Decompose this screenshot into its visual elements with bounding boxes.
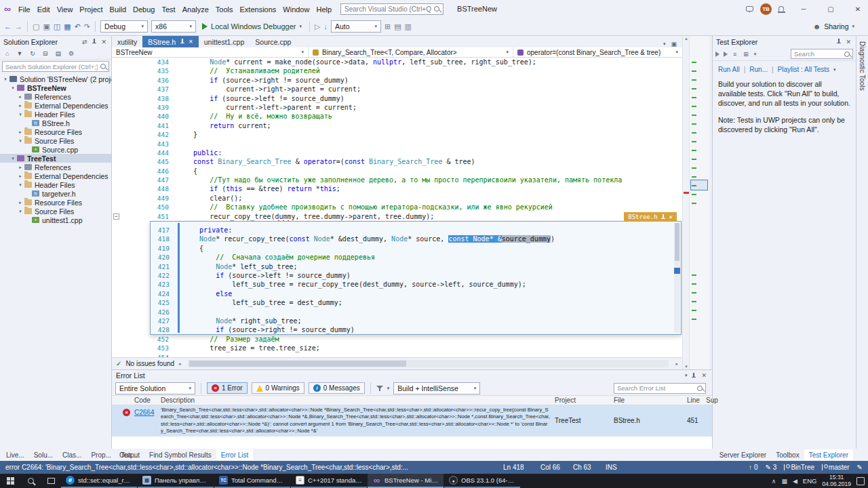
warnings-filter-button[interactable]: 0 Warnings — [252, 382, 304, 394]
code-line-451[interactable]: 451− recur_copy_tree(dummy, tree.dummy->… — [112, 212, 682, 221]
user-avatar[interactable]: TB — [760, 3, 772, 15]
code-line-428[interactable]: 428 if (source->right != source_dummy) — [151, 325, 681, 334]
menu-window[interactable]: Window — [279, 4, 313, 15]
expander-icon[interactable]: ▾ — [2, 77, 9, 82]
volume-icon[interactable]: ◀ — [793, 478, 797, 485]
collapse-all-icon[interactable]: ⊟ — [41, 50, 50, 57]
tree-item-solution-bstreenew-2-projects-0[interactable]: ▾Solution 'BSTreeNew' (2 projects) — [0, 75, 111, 83]
code-line-417[interactable]: 417 private: — [151, 226, 681, 235]
chevron-down-icon[interactable]: ▾ — [685, 373, 688, 378]
tree-item-source-files-7[interactable]: ▾Source Files — [0, 136, 111, 145]
float-window-icon[interactable]: ▣ — [669, 41, 678, 47]
show-all-files-icon[interactable]: ▤ — [54, 50, 62, 57]
tree-item-treetest-9[interactable]: ▾TreeTest — [0, 154, 111, 163]
diagnostic-tools-tab[interactable]: Diagnostic Tools — [859, 36, 866, 91]
code-line-440[interactable]: 440 // Ну и всё, можно возвращать — [112, 112, 682, 121]
expander-icon[interactable]: ▸ — [17, 103, 24, 108]
expander-icon[interactable]: ▸ — [17, 129, 24, 135]
error-list-search[interactable]: Search Error List — [614, 383, 706, 394]
tree-item-header-files-12[interactable]: ▾Header Files — [0, 180, 111, 189]
horizontal-scrollbar-thumb[interactable] — [189, 361, 406, 367]
taskbar-app-vs[interactable]: ∞BSTreeNew - Micros... — [368, 474, 443, 488]
code-line-450[interactable]: 450 // Вставку удобнее производить с пом… — [112, 203, 682, 211]
breadcrumb-member[interactable]: operator=(const Binary_Search_Tree & tre… — [513, 47, 682, 57]
column-file[interactable]: File — [614, 396, 625, 404]
pin-icon[interactable] — [691, 373, 696, 379]
outgoing-commits[interactable]: ↑0 — [749, 464, 758, 471]
messages-filter-button[interactable]: i 0 Messages — [309, 382, 365, 394]
close-icon[interactable]: ✕ — [844, 39, 852, 45]
close-icon[interactable]: ✕ — [700, 372, 708, 379]
taskbar-app-edge[interactable]: estd::set::equal_range -... — [61, 474, 137, 488]
column-project[interactable]: Project — [555, 396, 576, 404]
peek-tab[interactable]: BStree.h ✕ — [624, 212, 677, 222]
error-code-link[interactable]: C2664 — [134, 409, 154, 416]
panel-tab-test-explorer[interactable]: Test Explorer — [804, 449, 853, 460]
vertical-scrollbar[interactable]: ▲ ▼ — [682, 36, 689, 369]
code-line-425[interactable]: 425 left_sub_tree = dest_dummy; — [151, 298, 681, 307]
network-icon[interactable]: ▦ — [781, 478, 787, 485]
code-line-446[interactable]: 446 { — [112, 167, 682, 176]
start-button[interactable] — [0, 474, 20, 488]
action-center-icon[interactable] — [856, 477, 865, 485]
expander-icon[interactable]: ▾ — [9, 156, 16, 161]
menu-project[interactable]: Project — [76, 4, 106, 15]
chevron-down-icon[interactable]: ▾ — [833, 67, 836, 73]
code-line-436[interactable]: 436 if (source->right != source_dummy) — [112, 76, 682, 85]
new-file-icon[interactable]: ▢ — [33, 22, 39, 31]
menu-build[interactable]: Build — [106, 4, 130, 15]
code-line-452[interactable]: 452 // Размер задаём — [112, 335, 682, 344]
peek-close-icon[interactable]: ✕ — [669, 214, 673, 220]
panel-tab-live[interactable]: Live... — [1, 449, 29, 460]
minimize-button[interactable]: ─ — [793, 0, 814, 18]
comment-icon[interactable]: ▥ — [405, 22, 412, 31]
peek-collapse-icon[interactable]: − — [113, 214, 119, 220]
run-failed-tests-icon[interactable] — [724, 52, 728, 57]
find-in-files-icon[interactable]: ⊞ — [384, 22, 391, 31]
navigate-forward-icon[interactable]: → — [15, 22, 22, 30]
undo-icon[interactable]: ↶ — [75, 22, 81, 31]
expander-icon[interactable]: ▾ — [9, 85, 16, 91]
te-link-run[interactable]: Run... — [749, 66, 768, 73]
code-line-421[interactable]: 421 Node* left_sub_tree; — [151, 262, 681, 271]
step-over-icon[interactable]: ▷ — [315, 22, 320, 31]
code-line-447[interactable]: 447 //Тут надо бы очистить уже заполненн… — [112, 176, 682, 184]
error-row[interactable]: × C2664 'Binary_Search_Tree<char,std::le… — [112, 405, 712, 436]
save-all-icon[interactable]: ▦ — [64, 22, 71, 31]
task-view-button[interactable] — [41, 474, 61, 488]
horizontal-scrollbar[interactable] — [188, 360, 669, 367]
code-editor[interactable]: 434 Node* current = make_node(source->da… — [112, 58, 682, 357]
close-tab-icon[interactable]: ✕ — [189, 39, 193, 45]
menu-tools[interactable]: Tools — [212, 4, 237, 15]
tree-item-source-files-15[interactable]: ▾Source Files — [0, 207, 111, 216]
refresh-icon[interactable]: ↻ — [28, 50, 37, 57]
tree-item-header-files-4[interactable]: ▾Header Files — [0, 110, 111, 119]
tree-item-targetver-h-13[interactable]: htargetver.h — [0, 189, 111, 198]
filter-icon[interactable]: ▼ — [15, 50, 24, 57]
scroll-right-icon[interactable]: ▸ — [675, 361, 678, 367]
panel-tab-error-list[interactable]: Error List — [216, 449, 254, 460]
pin-tab-icon[interactable] — [180, 39, 184, 45]
code-line-427[interactable]: 427 Node* right_sub_tree; — [151, 317, 681, 325]
expander-icon[interactable]: ▸ — [17, 165, 24, 170]
redo-icon[interactable]: ↷ — [84, 22, 90, 31]
taskbar-app-doc[interactable]: ≡C++2017 standard dr... — [291, 474, 367, 488]
start-debugging-button[interactable]: Local Windows Debugger ▾ — [199, 20, 304, 33]
taskbar-app-tc[interactable]: TCTotal Commander 8.5... — [214, 474, 290, 488]
notifications-bell-icon[interactable] — [778, 6, 784, 12]
code-line-423[interactable]: 423 left_sub_tree = recur_copy_tree(dest… — [151, 280, 681, 289]
feedback-icon[interactable] — [746, 6, 753, 12]
column-suppression[interactable]: Sup — [706, 396, 718, 404]
taskbar-search-button[interactable] — [20, 474, 41, 488]
code-line-437[interactable]: 437 current->right->parent = current; — [112, 85, 682, 94]
menu-analyze[interactable]: Analyze — [179, 4, 212, 15]
menu-test[interactable]: Test — [158, 4, 178, 15]
expander-icon[interactable]: ▸ — [17, 174, 24, 179]
configuration-dropdown[interactable]: Debug▾ — [100, 20, 148, 33]
code-line-442[interactable]: 442 } — [112, 130, 682, 139]
share-label[interactable]: Sharing — [824, 22, 848, 30]
code-line-453[interactable]: 453 tree_size = tree.tree_size; — [112, 344, 682, 352]
errors-filter-button[interactable]: × 1 Error — [207, 382, 248, 394]
taskbar-app-obs[interactable]: ●OBS 23.1.0 (64-bit, wi... — [444, 474, 520, 488]
pending-edits[interactable]: ✎3 — [765, 464, 776, 471]
